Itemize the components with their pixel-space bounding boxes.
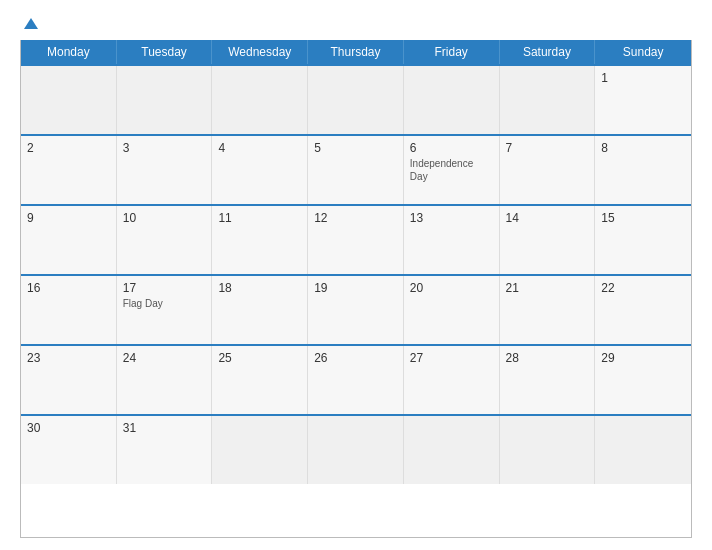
calendar-week-6: 3031 (21, 414, 691, 484)
day-number: 17 (123, 281, 206, 295)
calendar-cell: 16 (21, 276, 117, 344)
calendar-cell: 19 (308, 276, 404, 344)
day-number: 26 (314, 351, 397, 365)
calendar-cell: 6Independence Day (404, 136, 500, 204)
calendar-cell: 21 (500, 276, 596, 344)
weekday-header-sunday: Sunday (595, 40, 691, 64)
calendar-cell: 5 (308, 136, 404, 204)
calendar-cell: 24 (117, 346, 213, 414)
calendar-cell (404, 416, 500, 484)
calendar-cell: 20 (404, 276, 500, 344)
calendar-cell: 4 (212, 136, 308, 204)
day-number: 18 (218, 281, 301, 295)
calendar-cell: 12 (308, 206, 404, 274)
day-number: 13 (410, 211, 493, 225)
day-number: 23 (27, 351, 110, 365)
calendar-cell (500, 66, 596, 134)
day-number: 14 (506, 211, 589, 225)
calendar-cell: 31 (117, 416, 213, 484)
calendar-cell (308, 416, 404, 484)
calendar-cell: 7 (500, 136, 596, 204)
calendar-cell: 30 (21, 416, 117, 484)
calendar-cell: 25 (212, 346, 308, 414)
weekday-header-monday: Monday (21, 40, 117, 64)
logo-triangle-icon (24, 18, 38, 29)
calendar-header-row: MondayTuesdayWednesdayThursdayFridaySatu… (21, 40, 691, 64)
day-number: 16 (27, 281, 110, 295)
day-number: 27 (410, 351, 493, 365)
day-number: 2 (27, 141, 110, 155)
day-number: 19 (314, 281, 397, 295)
calendar-cell: 8 (595, 136, 691, 204)
calendar-cell: 14 (500, 206, 596, 274)
calendar-week-4: 1617Flag Day1819202122 (21, 274, 691, 344)
day-number: 25 (218, 351, 301, 365)
day-number: 5 (314, 141, 397, 155)
calendar-cell (308, 66, 404, 134)
day-number: 22 (601, 281, 685, 295)
calendar-cell: 1 (595, 66, 691, 134)
logo (20, 18, 38, 30)
weekday-header-saturday: Saturday (500, 40, 596, 64)
weekday-header-thursday: Thursday (308, 40, 404, 64)
calendar-week-3: 9101112131415 (21, 204, 691, 274)
day-number: 8 (601, 141, 685, 155)
day-number: 24 (123, 351, 206, 365)
calendar-cell: 23 (21, 346, 117, 414)
day-number: 31 (123, 421, 206, 435)
day-number: 11 (218, 211, 301, 225)
calendar-cell: 9 (21, 206, 117, 274)
calendar-cell (21, 66, 117, 134)
day-number: 7 (506, 141, 589, 155)
day-number: 28 (506, 351, 589, 365)
calendar-cell: 10 (117, 206, 213, 274)
day-number: 21 (506, 281, 589, 295)
day-number: 4 (218, 141, 301, 155)
day-number: 10 (123, 211, 206, 225)
calendar-cell (500, 416, 596, 484)
calendar-cell (212, 416, 308, 484)
calendar-cell (117, 66, 213, 134)
calendar-cell: 26 (308, 346, 404, 414)
calendar-cell: 27 (404, 346, 500, 414)
day-number: 29 (601, 351, 685, 365)
calendar-cell: 22 (595, 276, 691, 344)
calendar-page: MondayTuesdayWednesdayThursdayFridaySatu… (0, 0, 712, 550)
calendar-cell: 18 (212, 276, 308, 344)
calendar-week-1: 1 (21, 64, 691, 134)
calendar-week-5: 23242526272829 (21, 344, 691, 414)
holiday-label: Flag Day (123, 297, 206, 310)
day-number: 15 (601, 211, 685, 225)
calendar-cell: 15 (595, 206, 691, 274)
calendar-week-2: 23456Independence Day78 (21, 134, 691, 204)
calendar-cell (404, 66, 500, 134)
day-number: 20 (410, 281, 493, 295)
calendar-grid: MondayTuesdayWednesdayThursdayFridaySatu… (20, 40, 692, 538)
calendar-cell: 13 (404, 206, 500, 274)
weekday-header-friday: Friday (404, 40, 500, 64)
calendar-cell: 28 (500, 346, 596, 414)
calendar-cell: 11 (212, 206, 308, 274)
calendar-cell: 2 (21, 136, 117, 204)
calendar-cell (595, 416, 691, 484)
calendar-cell: 17Flag Day (117, 276, 213, 344)
calendar-cell: 3 (117, 136, 213, 204)
calendar-cell: 29 (595, 346, 691, 414)
holiday-label: Independence Day (410, 157, 493, 183)
day-number: 12 (314, 211, 397, 225)
weekday-header-wednesday: Wednesday (212, 40, 308, 64)
header (20, 18, 692, 30)
weekday-header-tuesday: Tuesday (117, 40, 213, 64)
calendar-cell (212, 66, 308, 134)
day-number: 6 (410, 141, 493, 155)
day-number: 30 (27, 421, 110, 435)
day-number: 1 (601, 71, 685, 85)
day-number: 3 (123, 141, 206, 155)
day-number: 9 (27, 211, 110, 225)
calendar-body: 123456Independence Day789101112131415161… (21, 64, 691, 484)
